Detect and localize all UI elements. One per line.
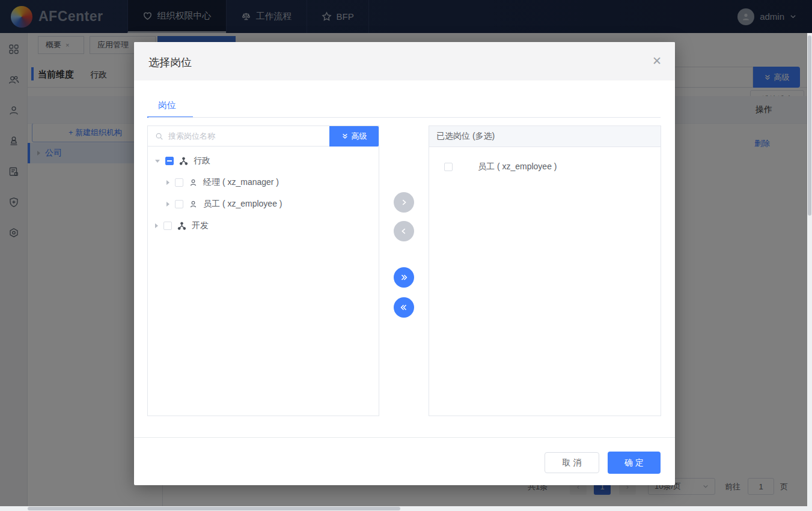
dialog-title: 选择岗位 xyxy=(148,55,192,70)
advanced-button[interactable]: 高级 xyxy=(329,126,379,147)
move-right-button[interactable] xyxy=(394,192,414,213)
dialog-footer: 取 消 确 定 xyxy=(134,437,675,485)
checkbox-unchecked[interactable] xyxy=(175,200,183,208)
selected-item-label: 员工 ( xz_employee ) xyxy=(478,162,557,172)
selected-panel-header: 已选岗位 (多选) xyxy=(429,126,661,147)
double-chevron-left-icon xyxy=(400,303,408,312)
source-panel: 搜索岗位名称 高级 行政 xyxy=(147,125,379,416)
tree-node-kaifa[interactable]: 开发 xyxy=(148,215,379,237)
caret-right-icon[interactable] xyxy=(166,180,169,185)
vertical-scrollbar xyxy=(807,33,812,511)
role-icon xyxy=(177,222,186,231)
caret-right-icon[interactable] xyxy=(155,223,158,228)
search-placeholder: 搜索岗位名称 xyxy=(168,131,215,142)
checkbox-unchecked[interactable] xyxy=(175,178,183,187)
double-chevron-right-icon xyxy=(400,273,408,282)
position-search-input[interactable]: 搜索岗位名称 xyxy=(148,126,329,146)
double-chevron-down-icon xyxy=(341,133,349,140)
horizontal-scrollbar-thumb[interactable] xyxy=(28,507,400,510)
caret-right-icon[interactable] xyxy=(166,202,169,207)
tab-border xyxy=(148,117,661,118)
caret-down-icon[interactable] xyxy=(155,160,160,163)
vertical-scrollbar-thumb[interactable] xyxy=(808,35,811,216)
tree-node-label: 经理 ( xz_manager ) xyxy=(203,177,279,188)
move-all-left-button[interactable] xyxy=(394,297,414,318)
checkbox-unchecked[interactable] xyxy=(163,222,172,230)
selected-item-employee[interactable]: 员工 ( xz_employee ) xyxy=(429,155,661,179)
confirm-button[interactable]: 确 定 xyxy=(608,452,661,474)
tab-position[interactable]: 岗位 xyxy=(158,100,176,111)
close-icon[interactable]: ✕ xyxy=(652,54,662,68)
tree-node-label: 员工 ( xz_employee ) xyxy=(203,199,282,210)
dialog-header: 选择岗位 ✕ xyxy=(134,42,675,80)
tree-node-xingzheng[interactable]: 行政 xyxy=(148,150,379,172)
search-icon xyxy=(155,132,163,141)
advanced-label: 高级 xyxy=(352,131,367,142)
position-tree: 行政 经理 ( xz_manager ) 员工 ( xz_e xyxy=(148,150,379,237)
person-icon xyxy=(189,178,198,187)
checkbox-unchecked[interactable] xyxy=(444,163,453,171)
tree-node-manager[interactable]: 经理 ( xz_manager ) xyxy=(148,172,379,193)
selected-panel: 已选岗位 (多选) 员工 ( xz_employee ) xyxy=(429,125,661,416)
move-left-button[interactable] xyxy=(394,221,414,241)
search-row: 搜索岗位名称 高级 xyxy=(148,126,379,147)
tree-node-label: 行政 xyxy=(194,156,210,166)
person-icon xyxy=(189,200,198,209)
tree-node-label: 开发 xyxy=(192,220,209,231)
chevron-right-icon xyxy=(400,198,408,207)
move-all-right-button[interactable] xyxy=(394,267,414,288)
horizontal-scrollbar xyxy=(0,506,807,511)
tree-node-employee[interactable]: 员工 ( xz_employee ) xyxy=(148,193,379,215)
chevron-left-icon xyxy=(400,227,408,235)
select-position-dialog: 选择岗位 ✕ 岗位 搜索岗位名称 高级 xyxy=(134,42,675,485)
role-icon xyxy=(179,157,188,166)
checkbox-indeterminate[interactable] xyxy=(165,157,174,165)
cancel-button[interactable]: 取 消 xyxy=(545,452,599,473)
screen: AFCenter 组织权限中心 工作流程 BFP xyxy=(0,0,812,511)
